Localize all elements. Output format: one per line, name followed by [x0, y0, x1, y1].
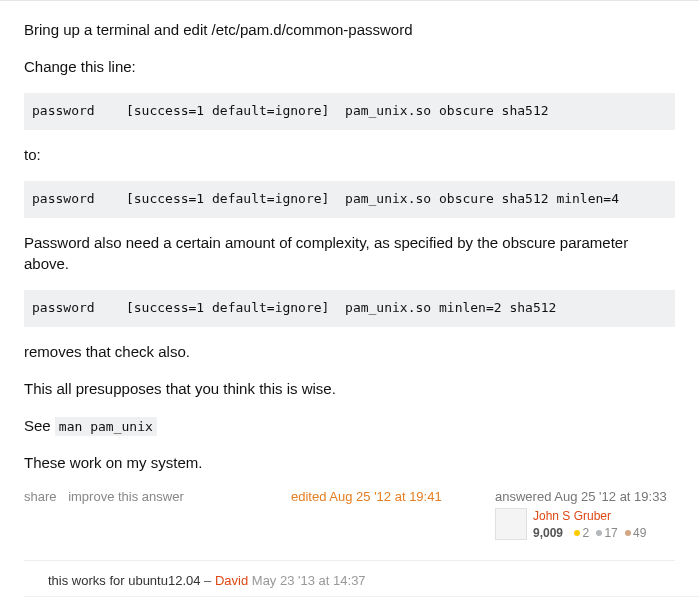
gold-badge-icon	[574, 530, 580, 536]
username-link[interactable]: John S Gruber	[533, 508, 646, 525]
bronze-badge-icon	[625, 530, 631, 536]
edited-time[interactable]: edited Aug 25 '12 at 19:41	[291, 489, 471, 504]
code-block-minlen4: password [success=1 default=ignore] pam_…	[24, 181, 675, 218]
post-text: Bring up a terminal and edit /etc/pam.d/…	[24, 19, 675, 473]
post-menu: share improve this answer edited Aug 25 …	[24, 489, 675, 542]
comment-item: valid for 13.04 too – Torben Gundtofte-B…	[24, 597, 699, 603]
comment-time: May 23 '13 at 14:37	[248, 573, 365, 588]
para-wise: This all presupposes that you think this…	[24, 378, 675, 399]
gold-count: 2	[582, 526, 589, 540]
comment-item: this works for ubuntu12.04 – David May 2…	[24, 565, 699, 597]
badges-row: 9,009 2 17 49	[533, 525, 646, 542]
user-details: John S Gruber 9,009 2 17 49	[533, 508, 646, 542]
comments-list: this works for ubuntu12.04 – David May 2…	[0, 561, 699, 603]
code-block-minlen2: password [success=1 default=ignore] pam_…	[24, 290, 675, 327]
comment-dash: –	[200, 573, 214, 588]
signatures: edited Aug 25 '12 at 19:41 answered Aug …	[291, 489, 675, 542]
improve-link[interactable]: improve this answer	[68, 489, 184, 504]
avatar[interactable]	[495, 508, 527, 540]
author-signature: answered Aug 25 '12 at 19:33 John S Grub…	[495, 489, 675, 542]
reputation: 9,009	[533, 526, 563, 540]
comment-text: this works for ubuntu12.04	[48, 573, 200, 588]
menu-links: share improve this answer	[24, 489, 192, 504]
para-removes: removes that check also.	[24, 341, 675, 362]
silver-badge-icon	[596, 530, 602, 536]
answered-time: answered Aug 25 '12 at 19:33	[495, 489, 675, 504]
see-label: See	[24, 417, 55, 434]
para-works: These work on my system.	[24, 452, 675, 473]
para-see: See man pam_unix	[24, 415, 675, 436]
silver-count: 17	[604, 526, 617, 540]
bronze-count: 49	[633, 526, 646, 540]
comment-author-link[interactable]: David	[215, 573, 248, 588]
para-to: to:	[24, 144, 675, 165]
para-complexity: Password also need a certain amount of c…	[24, 232, 675, 274]
inline-code-man: man pam_unix	[55, 417, 157, 436]
answer-container: Bring up a terminal and edit /etc/pam.d/…	[0, 1, 699, 561]
share-link[interactable]: share	[24, 489, 57, 504]
para-change-line: Change this line:	[24, 56, 675, 77]
user-row: John S Gruber 9,009 2 17 49	[495, 508, 675, 542]
para-intro: Bring up a terminal and edit /etc/pam.d/…	[24, 19, 675, 40]
code-block-original: password [success=1 default=ignore] pam_…	[24, 93, 675, 130]
edit-signature: edited Aug 25 '12 at 19:41	[291, 489, 471, 542]
